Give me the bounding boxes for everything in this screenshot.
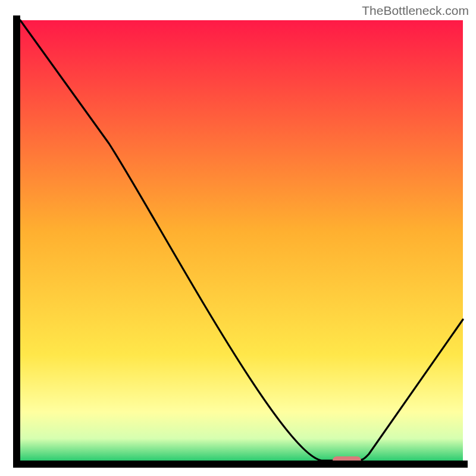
watermark-text: TheBottleneck.com — [362, 4, 469, 18]
chart-svg — [0, 0, 476, 476]
plot-background — [20, 20, 463, 461]
bottleneck-chart — [0, 0, 476, 476]
axis-bottom — [13, 461, 468, 468]
axis-left — [13, 15, 20, 465]
